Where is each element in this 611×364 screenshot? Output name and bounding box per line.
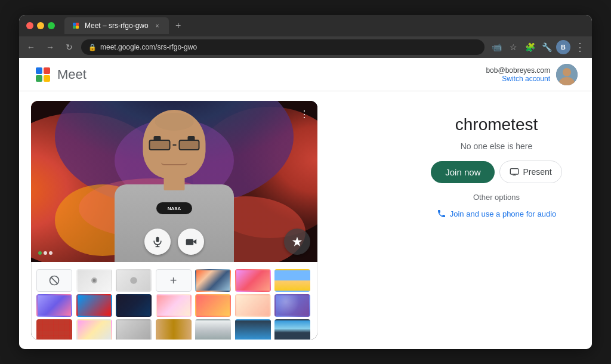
meet-logo-text: Meet xyxy=(57,67,87,82)
bg-wood-btn[interactable] xyxy=(156,319,192,340)
svg-point-28 xyxy=(130,277,137,284)
effects-btn[interactable] xyxy=(284,229,310,255)
mic-btn-wrapper xyxy=(144,229,171,255)
bg-dark-btn[interactable] xyxy=(116,294,152,317)
url-display: meet.google.com/srs-rfgo-gwo xyxy=(100,43,197,51)
svg-rect-3 xyxy=(76,26,79,29)
svg-rect-4 xyxy=(36,67,42,74)
phone-join-btn[interactable]: Join and use a phone for audio xyxy=(437,209,557,218)
reload-btn[interactable]: ↻ xyxy=(62,40,76,54)
account-avatar[interactable] xyxy=(556,64,578,85)
bg-sunset-btn[interactable] xyxy=(235,269,271,292)
phone-icon xyxy=(437,209,446,218)
minimize-window-btn[interactable] xyxy=(37,22,44,29)
svg-rect-1 xyxy=(76,23,79,26)
background-grid: + xyxy=(36,269,312,340)
browser-tab-active[interactable]: Meet – srs-rfgo-gwo × xyxy=(64,17,169,34)
nav-actions: 📹 ☆ 🧩 🔧 B ⋮ xyxy=(489,40,587,54)
bg-window-btn[interactable] xyxy=(274,319,310,340)
dot-2 xyxy=(44,251,47,255)
background-selector: Use image from disk xyxy=(31,262,317,340)
menu-btn[interactable]: ⋮ xyxy=(573,40,587,54)
switch-account-btn[interactable]: Switch account xyxy=(486,75,550,83)
page-content: Meet bob@bobreyes.com Switch account xyxy=(19,58,592,349)
video-controls-overlay xyxy=(31,221,317,262)
bg-purple-btn[interactable] xyxy=(36,294,72,317)
svg-line-25 xyxy=(51,277,58,284)
bg-beach-btn[interactable] xyxy=(274,269,310,292)
lock-icon: 🔒 xyxy=(88,44,97,51)
bg-none-btn[interactable] xyxy=(36,269,72,292)
bg-gray-btn[interactable] xyxy=(116,319,152,340)
camera-btn[interactable] xyxy=(178,229,204,255)
other-options-label: Other options xyxy=(473,193,520,202)
title-bar: Meet – srs-rfgo-gwo × + xyxy=(19,15,592,36)
bg-shelves-btn[interactable] xyxy=(195,319,231,340)
tab-close-btn[interactable]: × xyxy=(153,21,162,30)
bg-blur-btn[interactable] xyxy=(116,269,152,292)
join-actions: Join now Present xyxy=(431,161,561,183)
meet-logo: Meet xyxy=(33,65,87,84)
svg-rect-5 xyxy=(44,67,50,74)
add-icon: + xyxy=(170,274,177,286)
video-dots xyxy=(38,251,53,255)
svg-point-27 xyxy=(92,279,95,282)
browser-window: Meet – srs-rfgo-gwo × + ← → ↻ 🔒 meet.goo… xyxy=(19,15,592,349)
main-layout: NASA xyxy=(19,91,592,349)
puzzle-btn[interactable]: 🔧 xyxy=(539,40,554,54)
video-container: NASA xyxy=(31,101,317,340)
svg-rect-29 xyxy=(511,169,519,174)
camera-btn-wrapper xyxy=(178,229,204,255)
extensions-btn[interactable]: 🧩 xyxy=(523,40,537,54)
bg-ocean-btn[interactable] xyxy=(76,294,112,317)
star-btn[interactable]: ☆ xyxy=(506,40,520,54)
present-icon xyxy=(510,167,519,177)
present-btn[interactable]: Present xyxy=(499,161,561,183)
back-btn[interactable]: ← xyxy=(24,40,38,54)
svg-rect-2 xyxy=(73,26,76,29)
meet-logo-icon xyxy=(33,65,53,84)
traffic-lights xyxy=(26,22,55,29)
svg-rect-0 xyxy=(73,23,76,26)
app-header: Meet bob@bobreyes.com Switch account xyxy=(19,58,592,91)
svg-rect-19 xyxy=(156,237,159,242)
dot-3 xyxy=(49,251,53,255)
video-panel: NASA xyxy=(19,91,401,349)
bg-bokeh-btn[interactable] xyxy=(274,294,310,317)
address-bar[interactable]: 🔒 meet.google.com/srs-rfgo-gwo xyxy=(81,39,485,55)
tab-favicon xyxy=(72,21,80,30)
bg-add-btn[interactable]: + xyxy=(156,269,192,292)
account-email: bob@bobreyes.com xyxy=(486,66,550,75)
meeting-status: No one else is here xyxy=(461,141,533,151)
bg-confetti-btn[interactable] xyxy=(76,319,112,340)
bg-galaxy-btn[interactable] xyxy=(195,269,231,292)
cast-btn[interactable]: 📹 xyxy=(489,40,504,54)
svg-rect-7 xyxy=(44,75,50,82)
svg-rect-6 xyxy=(36,75,42,82)
bg-city-btn[interactable] xyxy=(235,319,271,340)
account-info: bob@bobreyes.com Switch account xyxy=(486,66,550,83)
video-preview: NASA xyxy=(31,101,317,262)
meeting-name: chrometest xyxy=(455,115,538,134)
bg-tiles-btn[interactable] xyxy=(36,319,72,340)
forward-btn[interactable]: → xyxy=(43,40,57,54)
bg-slight-blur-btn[interactable] xyxy=(76,269,112,292)
phone-join-label: Join and use a phone for audio xyxy=(450,209,557,218)
bg-flowers-btn[interactable] xyxy=(156,294,192,317)
svg-marker-23 xyxy=(193,239,196,244)
profile-avatar[interactable]: B xyxy=(556,40,570,54)
tab-title: Meet – srs-rfgo-gwo xyxy=(85,21,149,30)
tab-bar: Meet – srs-rfgo-gwo × + xyxy=(64,17,585,34)
mic-btn[interactable] xyxy=(144,229,171,255)
header-account: bob@bobreyes.com Switch account xyxy=(486,64,578,85)
join-now-btn[interactable]: Join now xyxy=(431,161,495,183)
video-more-btn[interactable]: ⋮ xyxy=(296,106,313,122)
bg-cherry-btn[interactable] xyxy=(195,294,231,317)
right-panel: chrometest No one else is here Join now … xyxy=(401,91,592,349)
close-window-btn[interactable] xyxy=(26,22,33,29)
new-tab-btn[interactable]: + xyxy=(171,18,186,33)
dot-1 xyxy=(38,251,42,255)
bg-pink-btn[interactable] xyxy=(235,294,271,317)
maximize-window-btn[interactable] xyxy=(48,22,55,29)
svg-point-9 xyxy=(563,68,571,76)
